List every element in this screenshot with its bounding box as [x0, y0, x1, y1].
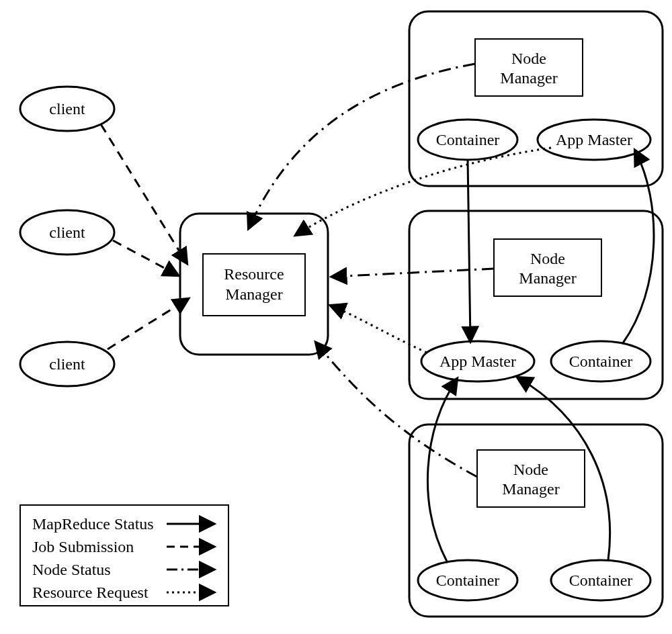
node-manager-3-label-2: Manager	[502, 480, 559, 498]
container-3b: Container	[551, 560, 650, 600]
container-3a-label: Container	[436, 572, 500, 589]
resource-manager-box: Resource Manager	[180, 214, 328, 355]
appmaster-2: App Master	[421, 341, 534, 381]
node-box-3: Node Manager Container Container	[409, 424, 663, 617]
appmaster-2-label: App Master	[439, 353, 516, 370]
client-ellipse-2: client	[20, 210, 114, 255]
container-1a-label: Container	[436, 131, 500, 148]
legend-box: MapReduce Status Job Submission Node Sta…	[20, 505, 228, 606]
legend-node-status-label: Node Status	[32, 561, 111, 578]
node-box-2: Node Manager App Master Container	[409, 211, 663, 399]
svg-rect-14	[477, 450, 585, 507]
arrow-job-submission-1	[101, 124, 187, 263]
svg-rect-10	[494, 239, 601, 296]
appmaster-1: App Master	[538, 120, 650, 160]
legend-job-submission-label: Job Submission	[32, 538, 134, 555]
node-manager-1-label-1: Node	[511, 50, 546, 67]
appmaster-1-label: App Master	[556, 131, 632, 148]
container-3a: Container	[418, 560, 517, 600]
container-2-label: Container	[569, 353, 633, 370]
node-box-1: Node Manager Container App Master	[409, 11, 663, 186]
legend-mapreduce-status-label: MapReduce Status	[32, 515, 154, 533]
node-manager-2-label-2: Manager	[519, 269, 576, 287]
client-label-1: client	[49, 100, 85, 118]
node-manager-1-label-2: Manager	[500, 69, 557, 87]
node-manager-2-label-1: Node	[530, 250, 565, 267]
client-label-3: client	[49, 355, 85, 373]
node-manager-3-label-1: Node	[513, 461, 548, 478]
legend-resource-request-label: Resource Request	[32, 584, 149, 601]
client-label-2: client	[49, 224, 85, 241]
resource-manager-label-2: Manager	[225, 285, 282, 303]
arrow-job-submission-3	[108, 299, 188, 349]
container-1a: Container	[418, 120, 517, 160]
svg-rect-4	[203, 254, 305, 316]
arrow-job-submission-2	[113, 240, 178, 275]
container-2: Container	[551, 341, 650, 381]
container-3b-label: Container	[569, 572, 633, 589]
svg-rect-5	[409, 11, 663, 186]
client-ellipse-3: client	[20, 342, 114, 386]
resource-manager-label-1: Resource	[224, 265, 284, 283]
svg-rect-6	[475, 39, 583, 96]
client-ellipse-1: client	[20, 87, 114, 131]
